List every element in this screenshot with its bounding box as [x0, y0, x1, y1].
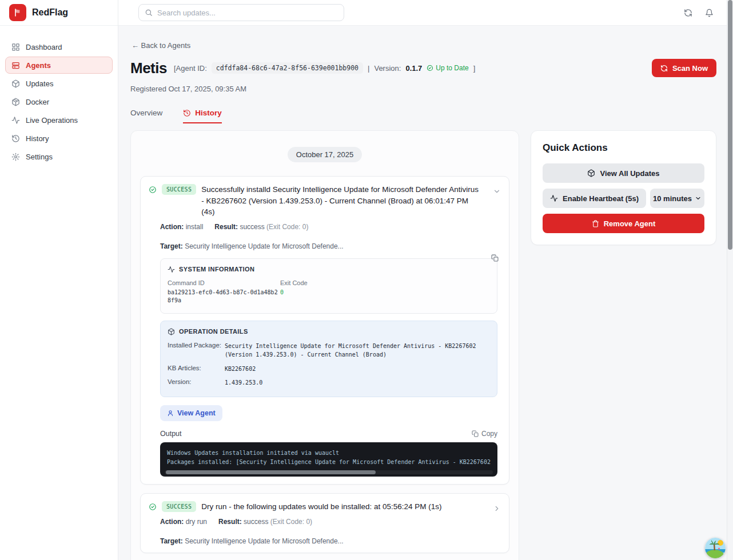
- copy-output-button[interactable]: Copy: [472, 430, 497, 438]
- remove-agent-button[interactable]: Remove Agent: [543, 214, 704, 233]
- sidebar-item-docker[interactable]: Docker: [5, 93, 113, 110]
- tab-bar: Overview History: [130, 109, 733, 123]
- sidebar-item-dashboard[interactable]: Dashboard: [5, 38, 113, 55]
- topbar-actions: [684, 9, 733, 17]
- output-label: Output: [160, 430, 182, 438]
- brand: RedFlag: [0, 0, 118, 26]
- brand-name: RedFlag: [32, 7, 68, 18]
- sidebar-item-live-operations[interactable]: Live Operations: [5, 111, 113, 129]
- sidebar: RedFlag Dashboard Agents Updates Docker …: [0, 0, 118, 560]
- bell-icon[interactable]: [705, 9, 714, 17]
- agents-server-icon: [11, 61, 20, 70]
- quick-actions-card: Quick Actions View All Updates Enable He…: [531, 130, 716, 245]
- terminal-scrollbar-thumb[interactable]: [166, 470, 376, 474]
- chevron-down-icon: [695, 195, 702, 202]
- status-badge: SUCCESS: [162, 501, 196, 512]
- date-pill: October 17, 2025: [288, 147, 362, 162]
- window-scrollbar[interactable]: [727, 0, 733, 560]
- check-circle-icon: [427, 65, 433, 71]
- copy-icon: [472, 430, 479, 437]
- refresh-icon: [660, 65, 668, 72]
- sidebar-item-label: Live Operations: [26, 116, 78, 125]
- operation-row: Installed Package: Security Intelligence…: [168, 342, 490, 359]
- exit-code-label: Exit Code: [280, 279, 308, 286]
- agent-meta: [Agent ID: cdfdfa84-68c6-47a2-8f56-639e0…: [174, 62, 475, 74]
- sidebar-item-label: Docker: [26, 98, 49, 106]
- island-widget-icon[interactable]: [705, 538, 726, 558]
- dashboard-grid-icon: [11, 43, 20, 51]
- package-icon: [168, 328, 175, 335]
- meta-divider: |: [368, 64, 369, 73]
- view-agent-button[interactable]: View Agent: [160, 405, 222, 421]
- history-clock-icon: [183, 109, 191, 117]
- window-scrollbar-thumb[interactable]: [728, 0, 732, 250]
- search-box[interactable]: [138, 4, 344, 21]
- topbar: [118, 0, 733, 26]
- terminal-line: Windows Updates installation initiated v…: [167, 449, 491, 458]
- operation-row: KB Articles: KB2267602: [168, 365, 490, 374]
- sidebar-nav: Dashboard Agents Updates Docker Live Ope…: [0, 26, 118, 178]
- page-title: Metis: [130, 59, 167, 77]
- check-circle-icon: [149, 503, 157, 511]
- history-timeline-card: October 17, 2025 SUCCESS Successfully in…: [130, 130, 519, 560]
- agent-id-chip[interactable]: cdfdfa84-68c6-47a2-8f56-639e001bb900: [212, 62, 363, 74]
- activity-icon: [11, 116, 20, 125]
- main-content: ← Back to Agents Metis [Agent ID: cdfdfa…: [118, 26, 733, 560]
- gear-icon: [11, 153, 20, 161]
- event-header[interactable]: SUCCESS Successfully installd Security I…: [149, 184, 501, 218]
- tab-history[interactable]: History: [183, 109, 222, 123]
- user-icon: [167, 410, 174, 417]
- agent-header: Metis [Agent ID: cdfdfa84-68c6-47a2-8f56…: [130, 59, 733, 77]
- operation-row: Version: 1.439.253.0: [168, 378, 490, 387]
- exit-code-value: 0: [280, 289, 308, 297]
- sidebar-item-label: Agents: [26, 61, 51, 70]
- operation-details-heading: OPERATION DETAILS: [179, 328, 248, 335]
- event-title: Dry run - the following updates would be…: [201, 501, 488, 513]
- sidebar-item-label: Dashboard: [26, 43, 62, 51]
- trash-icon: [592, 220, 599, 227]
- chevron-down-icon[interactable]: [493, 187, 501, 195]
- terminal-scrollbar[interactable]: [165, 470, 493, 474]
- version-label: Version:: [374, 64, 401, 73]
- event-header[interactable]: SUCCESS Dry run - the following updates …: [149, 501, 501, 513]
- docker-box-icon: [11, 98, 20, 106]
- bracket-close: ]: [473, 64, 476, 73]
- terminal-line: Packages installed: [Security Intelligen…: [167, 458, 491, 467]
- back-to-agents-link[interactable]: ← Back to Agents: [132, 41, 190, 50]
- sidebar-item-settings[interactable]: Settings: [5, 148, 113, 165]
- tab-overview[interactable]: Overview: [130, 109, 162, 123]
- heartbeat-interval-select[interactable]: 10 minutes: [650, 189, 704, 208]
- sidebar-item-label: Updates: [26, 79, 53, 88]
- pulse-icon: [550, 194, 558, 202]
- sidebar-item-label: Settings: [26, 153, 53, 161]
- event-card-install-success: SUCCESS Successfully installd Security I…: [140, 176, 509, 485]
- pulse-icon: [168, 266, 175, 273]
- copy-icon[interactable]: [491, 254, 499, 262]
- operation-details-panel: OPERATION DETAILS Installed Package: Sec…: [160, 321, 497, 397]
- event-card-dry-run-success: SUCCESS Dry run - the following updates …: [140, 493, 509, 553]
- redflag-logo-icon: [9, 4, 26, 21]
- refresh-icon[interactable]: [684, 9, 692, 17]
- version-value: 0.1.7: [405, 64, 422, 73]
- command-id-value: ba129213-efc0-4d63-b87c-0d1a48b28f9a: [168, 289, 280, 305]
- output-terminal[interactable]: Windows Updates installation initiated v…: [160, 442, 497, 477]
- view-all-updates-button[interactable]: View All Updates: [543, 163, 704, 183]
- system-information-panel: SYSTEM INFORMATION Command ID ba129213-e…: [160, 258, 497, 314]
- quick-actions-heading: Quick Actions: [543, 142, 704, 154]
- scan-now-button[interactable]: Scan Now: [652, 59, 716, 77]
- event-meta: Action: dry run Result: success (Exit Co…: [160, 518, 501, 545]
- history-clock-icon: [11, 134, 20, 143]
- check-circle-icon: [149, 186, 157, 194]
- command-id-label: Command ID: [168, 279, 280, 286]
- enable-heartbeat-button[interactable]: Enable Heartbeat (5s): [543, 189, 646, 208]
- sidebar-item-label: History: [26, 134, 49, 143]
- search-icon: [145, 9, 153, 17]
- up-to-date-badge: Up to Date: [427, 64, 468, 72]
- event-title: Successfully installd Security Intellige…: [201, 184, 488, 218]
- search-input[interactable]: [157, 9, 338, 17]
- registered-date: Registered Oct 17, 2025, 09:35 AM: [130, 85, 733, 93]
- sidebar-item-updates[interactable]: Updates: [5, 75, 113, 92]
- sidebar-item-history[interactable]: History: [5, 130, 113, 147]
- chevron-right-icon[interactable]: [493, 505, 501, 513]
- sidebar-item-agents[interactable]: Agents: [5, 57, 113, 74]
